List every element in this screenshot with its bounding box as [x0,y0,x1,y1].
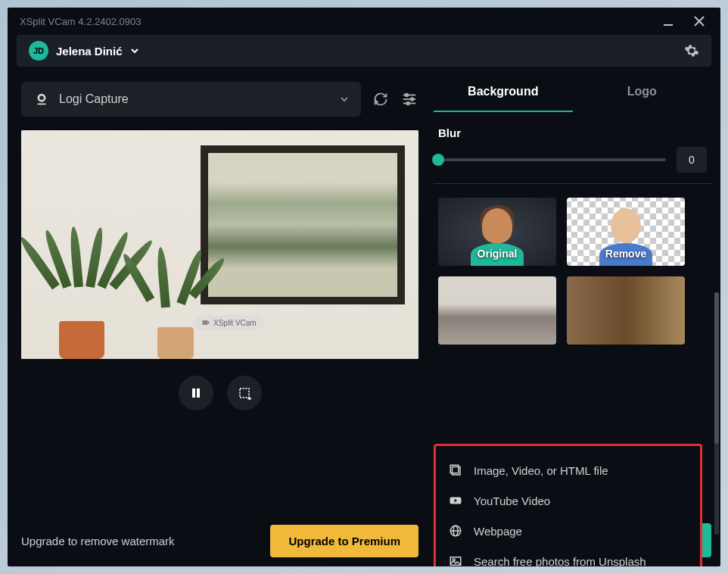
tab-logo[interactable]: Logo [573,73,712,112]
svg-point-10 [406,102,409,105]
svg-point-4 [39,95,44,100]
menu-item-youtube[interactable]: YouTube Video [443,485,692,516]
camera-select[interactable]: Logi Capture [21,82,361,117]
close-button[interactable] [693,15,708,27]
settings-sliders-button[interactable] [400,90,418,108]
minimize-button[interactable] [663,16,678,27]
settings-button[interactable] [684,43,699,58]
slider-thumb[interactable] [432,154,444,166]
camera-preview: XSplit VCam [21,130,418,359]
user-dropdown[interactable]: JD Jelena Dinić [29,41,139,61]
window-title: XSplit VCam 4.2.2402.0903 [20,16,141,27]
blur-slider[interactable] [438,158,666,161]
bg-tile-preset-1[interactable] [438,276,556,345]
camera-icon [33,91,50,108]
image-icon [448,554,463,566]
globe-icon [448,523,463,538]
right-panel: Background Logo Blur 0 Original Remove [428,73,720,566]
menu-item-webpage[interactable]: Webpage [443,516,692,546]
blur-value: 0 [677,147,707,173]
left-panel: Logi Capture [8,73,428,566]
svg-rect-13 [197,388,200,398]
chevron-down-icon [130,46,139,55]
chevron-down-icon [340,95,349,104]
upsell-text: Upgrade to remove watermark [21,535,175,547]
titlebar: XSplit VCam 4.2.2402.0903 [8,8,720,35]
avatar: JD [29,41,48,61]
svg-rect-11 [203,320,208,325]
bg-tile-preset-2[interactable] [567,276,685,345]
scrollbar[interactable] [714,292,719,535]
snapshot-button[interactable] [227,376,262,410]
youtube-icon [448,493,463,508]
svg-point-6 [406,94,409,97]
refresh-button[interactable] [372,90,390,108]
menu-item-file[interactable]: Image, Video, or HTML file [443,455,692,485]
file-icon [448,463,463,478]
scrollbar-thumb[interactable] [714,292,719,444]
pause-button[interactable] [179,376,213,410]
camera-label: Logi Capture [59,92,331,106]
user-bar: JD Jelena Dinić [17,35,711,67]
bg-tile-original[interactable]: Original [438,198,556,266]
svg-rect-12 [192,388,195,398]
svg-point-8 [411,98,414,101]
watermark: XSplit VCam [194,315,264,330]
app-window: XSplit VCam 4.2.2402.0903 JD Jelena Dini… [8,8,720,566]
blur-label: Blur [438,126,707,139]
add-background-menu: Image, Video, or HTML file YouTube Video… [434,444,702,566]
menu-item-unsplash[interactable]: Search free photos from Unsplash [443,546,692,566]
upgrade-premium-button[interactable]: Upgrade to Premium [270,525,418,557]
svg-rect-14 [240,388,249,398]
user-name: Jelena Dinić [56,45,123,58]
bg-tile-remove[interactable]: Remove [567,198,685,266]
tab-background[interactable]: Background [434,73,573,112]
